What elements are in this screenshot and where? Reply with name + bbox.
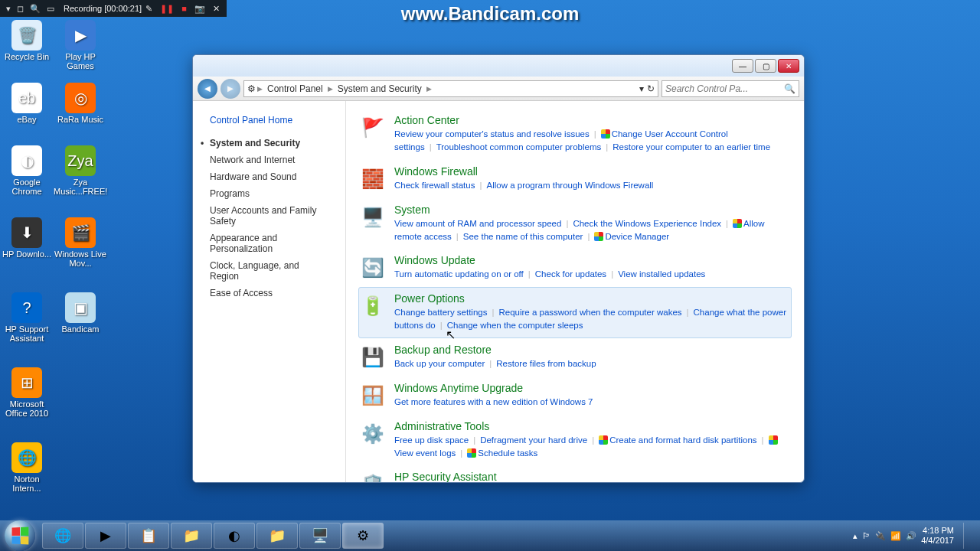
- sidebar-item[interactable]: Ease of Access: [193, 285, 345, 302]
- search-box[interactable]: 🔍: [662, 80, 799, 97]
- taskbar-button[interactable]: 📁: [171, 523, 212, 549]
- task-link[interactable]: Check firewall status: [394, 181, 475, 190]
- control-panel-window: — ▢ ✕ ◄ ► ⚙ ▶ Control Panel ▶ System and…: [192, 54, 805, 483]
- task-link[interactable]: Restore your computer to an earlier time: [612, 142, 770, 152]
- bandicam-pencil-icon[interactable]: ✎: [142, 4, 156, 14]
- search-icon[interactable]: 🔍: [784, 83, 795, 94]
- taskbar-button[interactable]: ▶: [85, 523, 126, 549]
- task-link[interactable]: Restore files from backup: [496, 359, 596, 368]
- category-title[interactable]: Administrative Tools: [394, 420, 791, 432]
- task-link[interactable]: Device Manager: [605, 232, 669, 241]
- task-link[interactable]: Check the Windows Experience Index: [573, 219, 721, 228]
- sidebar-item[interactable]: User Accounts and Family Safety: [193, 202, 345, 230]
- task-link[interactable]: Get more features with a new edition of …: [394, 397, 593, 406]
- desktop-icon[interactable]: ZyaZya Music...FREE!: [54, 145, 107, 196]
- desktop-icon[interactable]: ⬇HP Downlo...: [0, 217, 54, 259]
- sidebar-home[interactable]: Control Panel Home: [193, 112, 345, 129]
- desktop-icon[interactable]: ◎RaRa Music: [54, 83, 107, 124]
- taskbar-button[interactable]: ◐: [214, 523, 255, 549]
- task-link[interactable]: Turn automatic updating on or off: [394, 269, 524, 279]
- task-link[interactable]: View installed updates: [618, 269, 705, 279]
- task-link[interactable]: Schedule tasks: [478, 448, 537, 458]
- bandicam-close-icon[interactable]: ✕: [209, 4, 224, 14]
- minimize-button[interactable]: —: [732, 59, 753, 73]
- chevron-right-icon[interactable]: ▶: [425, 85, 433, 93]
- sidebar-item[interactable]: Hardware and Sound: [193, 168, 345, 185]
- category-title[interactable]: Windows Firewall: [394, 165, 791, 178]
- category-title[interactable]: Windows Update: [394, 254, 791, 266]
- desktop-icon-label: Google Chrome: [0, 178, 54, 196]
- tray-clock[interactable]: 4:18 PM 4/4/2017: [921, 526, 954, 546]
- show-desktop-button[interactable]: [963, 523, 972, 549]
- tray-show-hidden-icon[interactable]: ▴: [853, 531, 858, 541]
- category-title[interactable]: Power Options: [394, 292, 791, 305]
- bandicam-search-icon[interactable]: 🔍: [27, 4, 44, 14]
- system-tray[interactable]: ▴ 🏳 🔌 📶 🔊 4:18 PM 4/4/2017: [853, 523, 975, 549]
- forward-button[interactable]: ►: [220, 79, 240, 99]
- tray-network-icon[interactable]: 📶: [890, 531, 901, 541]
- desktop-icon[interactable]: ▶Play HP Games: [54, 20, 107, 70]
- chevron-right-icon[interactable]: ▶: [326, 85, 335, 93]
- desktop-icon[interactable]: 🎬Windows Live Mov...: [54, 217, 107, 268]
- breadcrumb-dropdown-icon[interactable]: ▾: [639, 83, 644, 94]
- taskbar[interactable]: 🌐▶📋📁◐📁🖥️⚙ ▴ 🏳 🔌 📶 🔊 4:18 PM 4/4/2017: [0, 520, 980, 551]
- bandicam-camera-icon[interactable]: 📷: [191, 4, 209, 14]
- bandicam-target-icon[interactable]: ◻: [14, 4, 27, 14]
- taskbar-button[interactable]: 🖥️: [299, 523, 341, 549]
- breadcrumb-control-panel[interactable]: Control Panel: [264, 83, 326, 94]
- search-input[interactable]: [665, 83, 784, 94]
- taskbar-button[interactable]: ⚙: [342, 523, 384, 549]
- category-title[interactable]: System: [394, 204, 791, 216]
- titlebar[interactable]: — ▢ ✕: [193, 55, 804, 77]
- desktop-icon[interactable]: 🌐Norton Intern...: [0, 442, 54, 493]
- desktop-icon[interactable]: ▣Bandicam: [54, 292, 107, 334]
- desktop-icon[interactable]: ?HP Support Assistant: [0, 292, 54, 343]
- close-button[interactable]: ✕: [778, 59, 799, 73]
- category-action-center: 🚩 Action Center Review your computer's s…: [358, 109, 792, 160]
- bandicam-rect-icon[interactable]: ▭: [44, 4, 57, 14]
- bandicam-dropdown-icon[interactable]: ▾: [3, 4, 14, 14]
- tray-volume-icon[interactable]: 🔊: [906, 531, 916, 541]
- task-link[interactable]: Require a password when the computer wak…: [498, 308, 681, 317]
- desktop-icon[interactable]: 🗑️Recycle Bin: [0, 20, 54, 61]
- sidebar-item[interactable]: Appearance and Personalization: [193, 230, 345, 257]
- task-link[interactable]: See the name of this computer: [463, 232, 583, 241]
- refresh-icon[interactable]: ↻: [647, 83, 655, 94]
- desktop-icon[interactable]: ⊞Microsoft Office 2010: [0, 367, 54, 418]
- maximize-button[interactable]: ▢: [755, 59, 776, 73]
- sidebar-item[interactable]: Programs: [193, 185, 345, 202]
- tray-power-icon[interactable]: 🔌: [875, 531, 886, 541]
- breadcrumb-system-security[interactable]: System and Security: [335, 83, 425, 94]
- task-link[interactable]: Allow a program through Windows Firewall: [486, 181, 653, 190]
- chevron-right-icon[interactable]: ▶: [256, 85, 264, 93]
- task-link[interactable]: View amount of RAM and processor speed: [394, 219, 561, 228]
- taskbar-button[interactable]: 📋: [128, 523, 169, 549]
- start-button[interactable]: [5, 520, 35, 551]
- task-link[interactable]: Change when the computer sleeps: [447, 321, 583, 330]
- sidebar-item[interactable]: System and Security: [193, 135, 345, 152]
- task-link[interactable]: Troubleshoot common computer problems: [436, 142, 602, 152]
- task-link[interactable]: Defragment your hard drive: [480, 435, 587, 445]
- category-title[interactable]: HP Security Assistant: [394, 471, 791, 482]
- task-link[interactable]: Free up disk space: [394, 435, 469, 445]
- desktop-icon[interactable]: ebeBay: [0, 83, 54, 124]
- task-link[interactable]: Back up your computer: [394, 359, 485, 368]
- task-link[interactable]: Review your computer's status and resolv…: [394, 129, 590, 139]
- taskbar-button[interactable]: 🌐: [42, 523, 83, 549]
- sidebar-item[interactable]: Clock, Language, and Region: [193, 257, 345, 285]
- category-title[interactable]: Action Center: [394, 114, 791, 126]
- taskbar-button[interactable]: 📁: [256, 523, 298, 549]
- breadcrumb[interactable]: ⚙ ▶ Control Panel ▶ System and Security …: [243, 80, 658, 97]
- tray-action-center-icon[interactable]: 🏳: [862, 531, 871, 540]
- back-button[interactable]: ◄: [198, 79, 217, 99]
- category-title[interactable]: Backup and Restore: [394, 344, 791, 356]
- category-title[interactable]: Windows Anytime Upgrade: [394, 382, 791, 394]
- task-link[interactable]: View event logs: [394, 448, 456, 458]
- bandicam-stop-icon[interactable]: ■: [178, 4, 191, 13]
- desktop-icon[interactable]: ◐Google Chrome: [0, 145, 54, 196]
- task-link[interactable]: Change battery settings: [394, 308, 487, 317]
- bandicam-pause-icon[interactable]: ❚❚: [156, 4, 178, 14]
- sidebar-item[interactable]: Network and Internet: [193, 152, 345, 168]
- task-link[interactable]: Check for updates: [535, 269, 606, 279]
- task-link[interactable]: Create and format hard disk partitions: [609, 435, 756, 445]
